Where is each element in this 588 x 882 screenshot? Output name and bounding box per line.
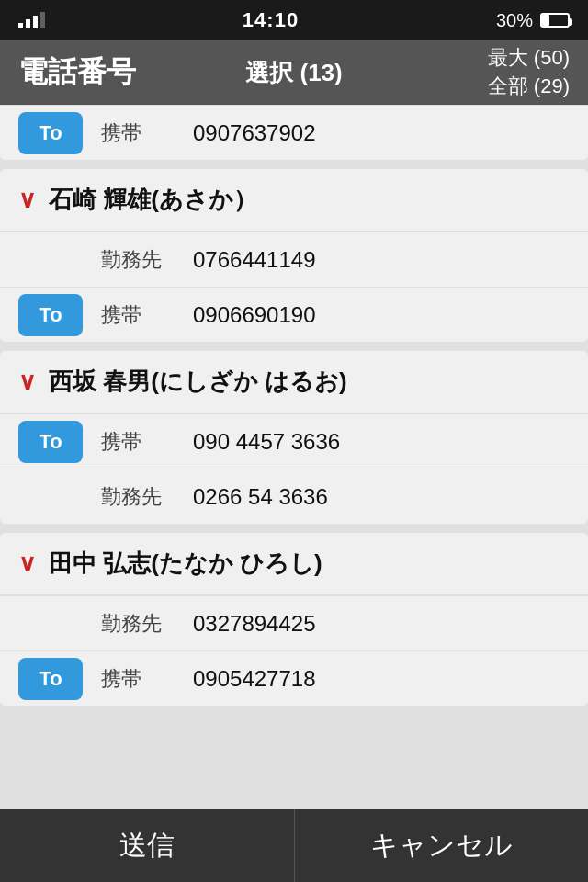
phone-row-nishizaka-mobile: To 携帯 090 4457 3636 bbox=[0, 413, 588, 469]
contact-name-ishizaki: 石崎 輝雄(あさか） bbox=[49, 184, 257, 216]
phone-row-ishizaki-office: 勤務先 0766441149 bbox=[0, 232, 588, 287]
chevron-icon: ∨ bbox=[18, 186, 36, 214]
phone-number: 090 4457 3636 bbox=[193, 429, 340, 455]
status-left bbox=[18, 12, 45, 28]
header: 電話番号 選択 (13) 最大 (50) 全部 (29) bbox=[0, 40, 588, 105]
to-button[interactable]: To bbox=[18, 658, 83, 700]
page-title: 電話番号 bbox=[18, 52, 136, 93]
phone-label: 携帯 bbox=[101, 119, 193, 147]
phone-number: 0766441149 bbox=[193, 247, 315, 273]
phone-label: 携帯 bbox=[101, 665, 193, 693]
phone-label: 携帯 bbox=[101, 301, 193, 329]
phone-label: 勤務先 bbox=[101, 610, 193, 638]
status-time: 14:10 bbox=[243, 8, 299, 32]
contact-card-nishizaka: ∨ 西坂 春男(にしざか はるお) To 携帯 090 4457 3636 勤務… bbox=[0, 351, 588, 524]
contact-name-nishizaka: 西坂 春男(にしざか はるお) bbox=[49, 366, 347, 398]
to-button[interactable]: To bbox=[18, 421, 83, 463]
chevron-icon: ∨ bbox=[18, 549, 36, 578]
chevron-icon: ∨ bbox=[18, 368, 36, 396]
contact-name-tanaka: 田中 弘志(たなか ひろし) bbox=[49, 548, 322, 580]
selection-count: 選択 (13) bbox=[245, 57, 342, 89]
contact-card-ishizaki: ∨ 石崎 輝雄(あさか） 勤務先 0766441149 To 携帯 090669… bbox=[0, 169, 588, 342]
phone-row: To 携帯 0907637902 bbox=[0, 105, 588, 160]
phone-number: 0327894425 bbox=[193, 611, 315, 637]
header-right: 最大 (50) 全部 (29) bbox=[488, 44, 570, 101]
battery-icon bbox=[540, 13, 570, 28]
phone-row-nishizaka-office: 勤務先 0266 54 3636 bbox=[0, 469, 588, 524]
send-button[interactable]: 送信 bbox=[0, 808, 295, 882]
bottom-bar: 送信 キャンセル bbox=[0, 808, 588, 882]
contact-header-nishizaka: ∨ 西坂 春男(にしざか はるお) bbox=[0, 351, 588, 413]
phone-label: 勤務先 bbox=[101, 483, 193, 511]
phone-row-tanaka-mobile: To 携帯 0905427718 bbox=[0, 650, 588, 706]
phone-number: 0906690190 bbox=[193, 302, 315, 328]
status-bar: 14:10 30% bbox=[0, 0, 588, 40]
phone-row-ishizaki-mobile: To 携帯 0906690190 bbox=[0, 287, 588, 342]
phone-number: 0907637902 bbox=[193, 120, 315, 146]
max-count: 最大 (50) bbox=[488, 44, 570, 73]
battery-percent: 30% bbox=[496, 10, 533, 31]
phone-number: 0266 54 3636 bbox=[193, 484, 328, 510]
to-button[interactable]: To bbox=[18, 294, 83, 336]
total-count: 全部 (29) bbox=[488, 73, 570, 101]
phone-label: 勤務先 bbox=[101, 246, 193, 274]
contact-card-tanaka: ∨ 田中 弘志(たなか ひろし) 勤務先 0327894425 To 携帯 09… bbox=[0, 533, 588, 706]
cancel-button[interactable]: キャンセル bbox=[295, 808, 589, 882]
status-right: 30% bbox=[496, 10, 570, 31]
to-button[interactable]: To bbox=[18, 112, 83, 154]
phone-row-tanaka-office: 勤務先 0327894425 bbox=[0, 595, 588, 650]
phone-label: 携帯 bbox=[101, 428, 193, 456]
phone-number: 0905427718 bbox=[193, 666, 315, 692]
contact-header-ishizaki: ∨ 石崎 輝雄(あさか） bbox=[0, 169, 588, 232]
contact-list: To 携帯 0907637902 ∨ 石崎 輝雄(あさか） 勤務先 076644… bbox=[0, 105, 588, 808]
contact-card-partial: To 携帯 0907637902 bbox=[0, 105, 588, 160]
signal-icon bbox=[18, 12, 45, 28]
contact-header-tanaka: ∨ 田中 弘志(たなか ひろし) bbox=[0, 533, 588, 595]
